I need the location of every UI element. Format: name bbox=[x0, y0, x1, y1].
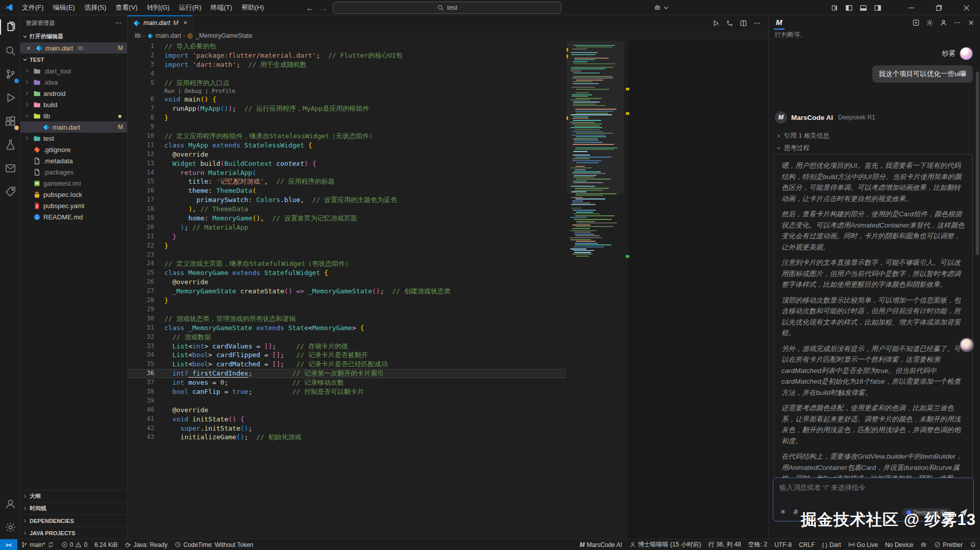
code-lens[interactable]: Run | Debug | Profile bbox=[128, 87, 628, 95]
code-line-33: 33 List<int> cardValues = []; // 存储卡片的值 bbox=[128, 342, 628, 351]
tree-item-.gitignore[interactable]: .gitignore bbox=[20, 144, 127, 155]
nav-back-icon[interactable]: ← bbox=[306, 4, 314, 12]
activity-item-settings[interactable] bbox=[0, 515, 20, 539]
run-file-button[interactable] bbox=[712, 19, 720, 27]
sidebar-section-dependencies[interactable]: DEPENDENCIES bbox=[20, 514, 127, 527]
restore-button[interactable] bbox=[925, 0, 952, 15]
code-editor[interactable]: 1// 导入必要的包2import 'package:flutter/mater… bbox=[128, 41, 768, 539]
menu-item[interactable]: 运行(R) bbox=[174, 0, 206, 15]
status-problems[interactable]: 00 bbox=[58, 539, 91, 550]
close-button[interactable] bbox=[952, 0, 980, 15]
marscode-logo-icon[interactable]: M bbox=[774, 18, 785, 28]
floating-user-avatar[interactable] bbox=[960, 338, 974, 352]
tree-item-README.md[interactable]: README.md bbox=[20, 211, 127, 222]
activity-item-references[interactable] bbox=[0, 180, 20, 203]
menu-item[interactable]: 查看(V) bbox=[111, 0, 142, 15]
sidebar-bottom-sections: 大纲时间线DEPENDENCIESJAVA PROJECTS bbox=[20, 490, 127, 539]
menu-item[interactable]: 编辑(E) bbox=[48, 0, 80, 15]
tree-item-build[interactable]: build bbox=[20, 99, 127, 110]
toggle-secondary-sidebar-icon[interactable] bbox=[874, 4, 881, 12]
sidebar-section-大纲[interactable]: 大纲 bbox=[20, 490, 127, 502]
activity-item-extensions[interactable] bbox=[0, 109, 20, 133]
status-git-branch[interactable]: main* bbox=[17, 539, 58, 550]
menu-item[interactable]: 文件(F) bbox=[17, 0, 48, 15]
status-cursor-position[interactable]: 行 36, 列 48 bbox=[705, 539, 745, 550]
code-line-38: 38 bool canFlip = true; // 控制是否可以翻卡片 bbox=[128, 387, 628, 396]
thinking-paragraph: 顶部的移动次数显示比较简单，可以增加一个信息面板，包含移动次数和可能的计时器，但… bbox=[781, 295, 965, 339]
breadcrumb-item[interactable]: lib bbox=[135, 32, 141, 39]
tab-close-icon[interactable]: × bbox=[184, 19, 187, 27]
close-editor-icon[interactable]: × bbox=[24, 44, 33, 52]
views-more-actions-icon[interactable] bbox=[115, 19, 122, 27]
editor-more-actions-icon[interactable] bbox=[753, 19, 761, 27]
new-chat-icon[interactable] bbox=[912, 19, 920, 27]
breadcrumb-item[interactable]: main.dart bbox=[156, 32, 181, 39]
tree-item-pubspec.lock[interactable]: pubspec.lock bbox=[20, 189, 127, 200]
tree-item-.packages[interactable]: .packages bbox=[20, 166, 127, 178]
open-editors-header[interactable]: 打开的编辑器 bbox=[20, 31, 127, 42]
toggle-sidebar-icon[interactable] bbox=[845, 4, 853, 12]
open-editor-item[interactable]: × main.dart lib M bbox=[20, 42, 127, 54]
status-blame-info[interactable]: 博士嘻嘻嘻 (15 小时前) bbox=[626, 539, 705, 550]
settings-gear-icon[interactable] bbox=[926, 19, 934, 27]
tree-item-lib[interactable]: lib● bbox=[20, 110, 127, 121]
menu-item[interactable]: 终端(T) bbox=[206, 0, 237, 15]
tree-item-pubspec.yaml[interactable]: pubspec.yaml bbox=[20, 200, 127, 211]
split-editor-icon[interactable] bbox=[740, 19, 747, 27]
status-robot-status[interactable] bbox=[917, 539, 930, 550]
customize-layout-icon[interactable] bbox=[831, 4, 839, 12]
status-go-live[interactable]: Go Live bbox=[845, 539, 881, 550]
status-java-status[interactable]: Java: Ready bbox=[121, 539, 171, 550]
activity-item-account[interactable] bbox=[0, 492, 20, 515]
tab-main-dart[interactable]: main.dart M × bbox=[128, 15, 193, 31]
open-changes-icon[interactable] bbox=[726, 19, 733, 27]
status-language-mode[interactable]: { }Dart bbox=[819, 539, 845, 550]
status-codetime[interactable]: CodeTime: Without Token bbox=[171, 539, 257, 550]
tree-item-.metadata[interactable]: .metadata bbox=[20, 155, 127, 166]
tree-item-main.dart[interactable]: main.dartM bbox=[20, 121, 127, 133]
sidebar-section-java-projects[interactable]: JAVA PROJECTS bbox=[20, 527, 127, 539]
minimize-button[interactable] bbox=[897, 0, 925, 15]
menu-item[interactable]: 选择(S) bbox=[80, 0, 111, 15]
panel-scrollbar[interactable] bbox=[976, 71, 979, 255]
toggle-panel-icon[interactable] bbox=[860, 4, 867, 12]
context-hash-icon[interactable]: # bbox=[794, 508, 798, 516]
status-remote-indicator[interactable]: >< bbox=[0, 539, 17, 550]
status-device[interactable]: No Device bbox=[881, 539, 917, 550]
close-panel-icon[interactable] bbox=[967, 19, 975, 27]
activity-item-source-control[interactable] bbox=[0, 62, 20, 86]
breadcrumb[interactable]: lib›main.dart›_MemoryGameState bbox=[128, 31, 768, 41]
activity-item-run-debug[interactable] bbox=[0, 86, 20, 109]
command-center-search[interactable]: test bbox=[333, 2, 561, 14]
status-notifications[interactable] bbox=[966, 539, 980, 550]
panel-more-actions-icon[interactable] bbox=[953, 19, 961, 27]
copilot-menu[interactable] bbox=[654, 0, 670, 15]
tree-item-.dart_tool[interactable]: .dart_tool bbox=[20, 65, 127, 77]
status-marscode[interactable]: MMarsCode AI bbox=[576, 539, 625, 550]
reference-toggle[interactable]: 引用 1 相关信息 bbox=[776, 132, 829, 140]
tree-item-.idea[interactable]: .idea bbox=[20, 77, 127, 88]
status-file-size[interactable]: 6.24 KiB bbox=[91, 539, 121, 550]
status-prettier[interactable]: Prettier bbox=[930, 539, 966, 550]
menu-item[interactable]: 转到(G) bbox=[142, 0, 175, 15]
status-indentation[interactable]: 空格: 2 bbox=[745, 539, 771, 550]
project-section-header[interactable]: TEST bbox=[20, 54, 127, 65]
activity-item-mail[interactable] bbox=[0, 156, 20, 180]
nav-forward-icon[interactable]: → bbox=[320, 4, 328, 12]
minimap[interactable] bbox=[567, 41, 631, 281]
tree-item-test[interactable]: test bbox=[20, 133, 127, 144]
breadcrumb-item[interactable]: _MemoryGameState bbox=[195, 32, 252, 39]
tree-item-android[interactable]: android bbox=[20, 88, 127, 99]
sidebar-section-时间线[interactable]: 时间线 bbox=[20, 502, 127, 514]
menu-item[interactable]: 帮助(H) bbox=[237, 0, 268, 15]
activity-item-explorer[interactable] bbox=[0, 15, 20, 39]
status-eol[interactable]: CRLF bbox=[795, 539, 818, 550]
tree-item-gametest.iml[interactable]: gametest.iml bbox=[20, 178, 127, 189]
line-number: 7 bbox=[128, 104, 154, 113]
profile-icon[interactable] bbox=[940, 19, 947, 27]
activity-item-testing[interactable] bbox=[0, 133, 20, 156]
thinking-toggle[interactable]: 思考过程 bbox=[776, 144, 810, 153]
commands-sparkle-icon[interactable] bbox=[779, 508, 787, 515]
activity-item-search[interactable] bbox=[0, 39, 20, 62]
status-encoding[interactable]: UTF-8 bbox=[771, 539, 795, 550]
